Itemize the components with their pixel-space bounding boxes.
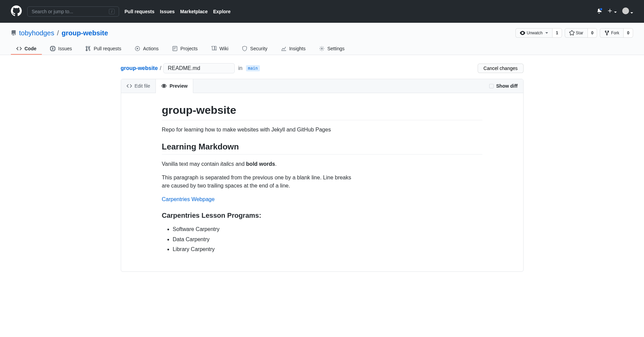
svg-point-7 (321, 48, 323, 49)
star-count[interactable]: 0 (588, 28, 597, 38)
fork-label: Fork (611, 30, 619, 36)
fork-icon (604, 30, 610, 36)
book-icon (211, 46, 217, 51)
project-icon (172, 46, 178, 51)
eye-icon (520, 30, 525, 36)
carpentries-link[interactable]: Carpentries Webpage (162, 196, 215, 202)
pull-request-icon (85, 46, 91, 51)
markdown-preview: group-website Repo for learning how to m… (121, 93, 523, 271)
preview-paragraph: Repo for learning how to make websites w… (162, 126, 482, 134)
star-button[interactable]: Star (565, 28, 588, 38)
nav-explore[interactable]: Explore (213, 9, 230, 14)
tab-actions[interactable]: Actions (129, 43, 164, 55)
repo-separator: / (57, 29, 59, 37)
list-item: Data Carpentry (173, 235, 482, 244)
preview-paragraph: Vanilla text may contain italics and bol… (162, 160, 482, 168)
svg-point-4 (89, 50, 90, 51)
github-logo[interactable] (11, 5, 22, 17)
cancel-changes-button[interactable]: Cancel changes (478, 64, 523, 73)
preview-h3: Carpentries Lesson Programs: (162, 212, 482, 219)
user-menu[interactable] (622, 7, 633, 15)
gear-icon (319, 46, 325, 51)
svg-point-2 (86, 47, 87, 48)
unwatch-button[interactable]: Unwatch (515, 28, 552, 38)
search-box[interactable]: / (27, 6, 119, 17)
branch-badge[interactable]: main (246, 65, 260, 71)
breadcrumb-root[interactable]: group-website (121, 65, 158, 71)
shield-icon (242, 46, 247, 51)
issues-icon (50, 46, 55, 51)
repo-owner-link[interactable]: tobyhodges (19, 29, 54, 37)
checkbox-icon (489, 84, 494, 88)
edit-file-tab[interactable]: Edit file (121, 79, 156, 93)
notifications-icon[interactable] (596, 8, 602, 15)
editor-tabs: Edit file Preview Show diff (121, 79, 523, 93)
tab-issues[interactable]: Issues (45, 43, 77, 55)
create-new-dropdown[interactable] (607, 8, 617, 15)
graph-icon (281, 46, 286, 51)
repo-icon (11, 30, 16, 36)
show-diff-toggle[interactable]: Show diff (484, 83, 523, 89)
play-icon (135, 46, 140, 51)
tab-wiki[interactable]: Wiki (206, 43, 234, 55)
preview-paragraph: Carpentries Webpage (162, 195, 482, 203)
tab-security[interactable]: Security (236, 43, 273, 55)
filename-input[interactable] (163, 63, 235, 73)
repo-header: tobyhodges / group-website Unwatch 1 Sta… (0, 23, 644, 55)
global-header: / Pull requests Issues Marketplace Explo… (0, 0, 644, 23)
list-item: Software Carpentry (173, 225, 482, 234)
avatar (622, 7, 629, 14)
tab-pull-requests[interactable]: Pull requests (80, 43, 127, 55)
search-slash-hint: / (109, 9, 115, 14)
nav-issues[interactable]: Issues (160, 9, 175, 14)
repo-name-link[interactable]: group-website (62, 29, 108, 37)
notification-dot (599, 7, 603, 11)
search-input[interactable] (32, 9, 109, 14)
unwatch-label: Unwatch (527, 30, 543, 36)
preview-h1: group-website (162, 104, 482, 120)
preview-h2: Learning Markdown (162, 142, 482, 155)
main-container: group-website / in main Cancel changes E… (115, 55, 529, 280)
list-item: Library Carpentry (173, 245, 482, 254)
nav-pull-requests[interactable]: Pull requests (125, 9, 154, 14)
tab-code[interactable]: Code (11, 43, 42, 55)
repo-title: tobyhodges / group-website (11, 29, 108, 37)
editor-box: Edit file Preview Show diff group-websit… (121, 79, 524, 272)
tab-settings[interactable]: Settings (314, 43, 350, 55)
svg-point-8 (163, 85, 165, 87)
caret-down-icon (545, 32, 548, 34)
fork-button[interactable]: Fork (600, 28, 624, 38)
svg-point-3 (86, 50, 87, 51)
code-icon (16, 46, 22, 51)
breadcrumb: group-website / in main (121, 63, 260, 73)
star-icon (569, 30, 575, 36)
fork-count[interactable]: 0 (624, 28, 633, 38)
repo-actions: Unwatch 1 Star 0 Fork 0 (515, 28, 633, 38)
code-icon (127, 83, 132, 89)
star-label: Star (576, 30, 583, 36)
preview-list: Software Carpentry Data Carpentry Librar… (162, 225, 482, 254)
svg-point-1 (52, 48, 53, 49)
preview-paragraph: This paragraph is separated from the pre… (162, 174, 352, 190)
preview-tab[interactable]: Preview (156, 79, 193, 93)
eye-icon (161, 83, 167, 89)
watch-count[interactable]: 1 (552, 28, 562, 38)
repo-tabs: Code Issues Pull requests Actions Projec… (11, 43, 633, 55)
tab-insights[interactable]: Insights (276, 43, 311, 55)
header-nav: Pull requests Issues Marketplace Explore (125, 9, 231, 14)
nav-marketplace[interactable]: Marketplace (180, 9, 208, 14)
in-label: in (238, 65, 242, 71)
tab-projects[interactable]: Projects (167, 43, 203, 55)
